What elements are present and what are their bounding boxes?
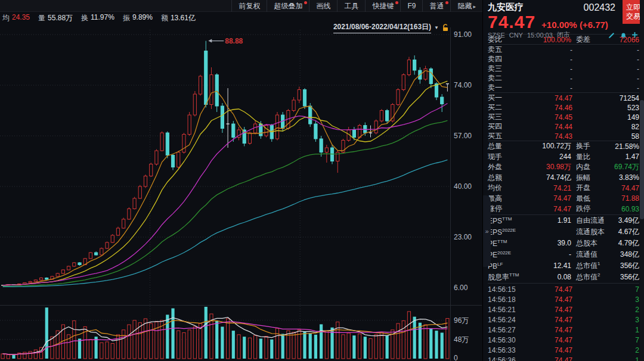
ask-row[interactable]: 卖四-- <box>488 54 639 64</box>
ask-row[interactable]: 卖五-- <box>488 45 639 54</box>
ask-row[interactable]: 卖二-- <box>488 73 639 83</box>
ask-row-qty: - <box>572 65 639 73</box>
chart-area: 2021/08/06-2022/04/12(163日) ▼ 88.88 91.0… <box>0 24 482 361</box>
menu-item-超级叠加[interactable]: 超级叠加 <box>267 0 309 12</box>
fundamental-value-right: 3.49亿 <box>607 216 639 226</box>
stat-row: 均价74.21开盘74.47 <box>488 183 639 194</box>
price-axis-line <box>450 27 451 361</box>
menu-item-工具[interactable]: 工具 <box>337 0 365 12</box>
tick-time: 14:56:24 <box>488 316 528 324</box>
fundamental-value-left: 39.0 <box>525 239 571 247</box>
fundamental-value-right: 4.79亿 <box>607 238 639 248</box>
fundamental-row: PE2022E-流通值348亿 <box>488 249 639 260</box>
stat-label-left: 涨停 <box>488 204 515 214</box>
volume-axis-tick: 96万 <box>454 316 469 326</box>
menu-item-快捷键[interactable]: 快捷键 <box>365 0 400 12</box>
menu-item-隐藏[interactable]: 隐藏▸ <box>450 0 482 12</box>
menu-item-前复权[interactable]: 前复权 <box>231 0 267 12</box>
bid-row[interactable]: 买一74.4771254 <box>488 93 639 102</box>
submenu-arrow-icon: ▸ <box>473 4 476 10</box>
stat-value-right: 1.47 <box>606 153 639 161</box>
trading-app-window: 前复权超级叠加画线工具快捷键F9普通隐藏▸ 均24.35量55.88万换11.9… <box>0 0 644 361</box>
fundamental-label-left: EPSTTM <box>488 216 525 225</box>
tick-price: 74.47 <box>528 306 572 314</box>
stat-label: 额 <box>161 13 168 23</box>
bid-row-price: 74.45 <box>515 113 572 122</box>
tick-row: 14:56:1874.473 <box>488 295 639 305</box>
bid-row[interactable]: 买三74.45149 <box>488 112 639 122</box>
ask-row[interactable]: 卖一-- <box>488 83 639 92</box>
ask-row-qty: - <box>572 55 639 64</box>
panel-scrollbar <box>640 0 644 361</box>
bid-row[interactable]: 买二74.46523 <box>488 102 639 112</box>
notification-dot-icon <box>445 1 448 4</box>
kline-chart[interactable]: 88.88 <box>0 30 450 305</box>
tick-row: 14:56:2774.471 <box>488 325 639 335</box>
scrollbar-thumb[interactable] <box>640 100 644 219</box>
stat-value: 11.97% <box>91 13 114 23</box>
bid-row-price: 74.47 <box>515 94 572 102</box>
tick-row: 14:56:1574.477 <box>488 285 639 295</box>
tick-time: 14:56:18 <box>488 295 528 304</box>
ask-row-label: 卖三 <box>488 64 515 74</box>
fundamental-label-superscript: TTM <box>502 216 512 222</box>
price-axis-tick: 91.00 <box>454 30 472 39</box>
bid-row-price: 74.46 <box>515 104 572 112</box>
tick-volume: 1 <box>572 356 639 361</box>
tick-volume: 2 <box>572 306 639 314</box>
add-icon[interactable] <box>631 32 638 38</box>
exchange-label: SZSE <box>488 32 505 39</box>
bid-row-qty: 82 <box>572 123 639 131</box>
ask-row-label: 卖四 <box>488 54 515 64</box>
stat-pair: 振9.89% <box>123 13 153 23</box>
bid-row[interactable]: 买四74.4482 <box>488 122 639 131</box>
volume-chart[interactable] <box>0 306 450 361</box>
price-axis-tick: 23.00 <box>454 233 472 241</box>
fundamental-label-right: 流通股本 <box>571 227 607 237</box>
tick-time: 14:56:36 <box>488 356 528 361</box>
edit-pencil-icon[interactable] <box>608 32 615 39</box>
alert-bell-icon[interactable] <box>620 32 627 39</box>
time-sales-list[interactable]: 14:56:1574.47714:56:1874.47314:56:2174.4… <box>488 284 639 361</box>
menu-item-普通[interactable]: 普通 <box>422 0 450 12</box>
tick-volume: 7 <box>572 336 639 344</box>
fundamental-row: 股息率TTM0.08总市值2356亿 <box>488 272 639 283</box>
tick-row: 14:56:3674.471 <box>488 356 639 361</box>
fundamental-label-superscript: 1 <box>597 261 600 266</box>
stat-label-left: 总额 <box>488 173 515 183</box>
bid-row-price: 74.43 <box>515 132 572 141</box>
last-price: 74.47 <box>488 12 535 32</box>
stat-row: 总量100.72万换手21.58% <box>488 141 639 152</box>
fundamental-value-left: 1.91 <box>525 216 571 225</box>
stat-value-right: 69.74万 <box>606 162 639 172</box>
currency-label: CNY <box>509 32 523 39</box>
fundamental-row: PETTM39.0总股本4.79亿 <box>488 238 639 249</box>
fundamental-value-left: 12.41 <box>525 262 571 270</box>
tick-row: 14:56:2474.473 <box>488 315 639 325</box>
ask-row-label: 卖二 <box>488 73 515 83</box>
chart-toolbar: 前复权超级叠加画线工具快捷键F9普通隐藏▸ <box>0 0 482 12</box>
bid-row-label: 买三 <box>488 112 515 122</box>
quote-header: 九安医疗 002432 立即交易 74.47 +10.00% (+6.77) S… <box>488 0 639 35</box>
tick-price: 74.47 <box>528 295 572 304</box>
stat-value-right: 60.93 <box>606 205 639 213</box>
bid-row-price: 74.44 <box>515 123 572 131</box>
tick-row: 14:56:3374.472 <box>488 346 639 356</box>
fundamental-value-right: 356亿 <box>607 261 639 271</box>
bid-row[interactable]: 买五74.4358 <box>488 131 639 141</box>
bid-row-label: 买二 <box>488 102 515 113</box>
price-axis-tick: 74.00 <box>454 81 472 89</box>
stat-row: 涨停74.47跌停60.93 <box>488 204 639 214</box>
stat-value-left: 74.47 <box>515 205 571 213</box>
tick-price: 74.47 <box>528 316 572 324</box>
tick-price: 74.47 <box>528 285 572 294</box>
menu-item-画线[interactable]: 画线 <box>309 0 337 12</box>
panel-collapse-handle[interactable]: » <box>483 195 491 267</box>
bid-book: 买一74.4771254买二74.46523买三74.45149买四74.448… <box>488 93 639 141</box>
ask-row[interactable]: 卖三-- <box>488 64 639 73</box>
stat-value: 55.88万 <box>48 13 73 23</box>
stat-value-left: 244 <box>515 153 571 161</box>
fundamental-label-left: PETTM <box>488 239 525 248</box>
fundamental-label-left: PE2022E <box>488 250 525 259</box>
menu-item-F9[interactable]: F9 <box>400 0 422 12</box>
